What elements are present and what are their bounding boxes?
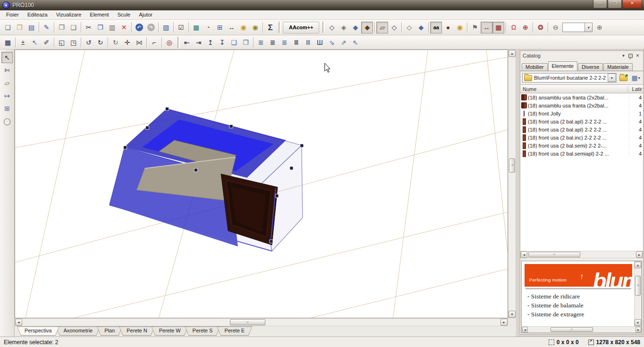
zoom-level-combo-input[interactable] (563, 23, 585, 32)
viewport-vertical-scrollbar[interactable]: ▲ ≡ ▼ (508, 50, 516, 318)
scroll-down-icon[interactable]: ▼ (635, 319, 641, 326)
align-center-button[interactable]: ≣ (267, 36, 279, 48)
panel-splitter[interactable] (516, 50, 520, 337)
scroll-right-icon[interactable]: ► (500, 319, 508, 326)
scroll-left-icon[interactable]: ◄ (15, 319, 22, 326)
snap-to-elements-button[interactable]: ⊕ (519, 22, 531, 33)
catalog-item-row[interactable]: (18) front usa (2 bal.semiapl) 2-2 ...4 (520, 149, 643, 157)
show-grid-button[interactable]: ▦ (492, 22, 504, 33)
move-right-button[interactable]: ⇥ (193, 36, 204, 48)
rotate-horizontal-button[interactable]: ↻ (94, 36, 106, 48)
catalog-item-row[interactable]: (18) ansamblu usa franta (2x2bal...4 (520, 93, 643, 101)
paste-button[interactable]: ▥ (106, 22, 118, 33)
distribute-spacing-button[interactable]: Ⅲ (302, 36, 314, 48)
move-left-button[interactable]: ⇤ (181, 36, 193, 48)
resize-depth-button[interactable]: ⇗ (338, 36, 349, 48)
align-top-button[interactable]: ↥ (204, 36, 216, 48)
catalog-horizontal-scrollbar[interactable]: ◄ ≡ ► (520, 251, 643, 258)
catalog-tab-mobilier[interactable]: Mobilier (522, 63, 548, 71)
delete-button[interactable]: ✕ (118, 22, 130, 33)
draw-shape-button[interactable]: ✐ (41, 36, 52, 48)
zoom-level-combo[interactable]: ▾ (562, 23, 593, 32)
shape-tool-button[interactable]: ▱ (1, 77, 13, 89)
catalog-item-row[interactable]: (18) ansamblu usa franta (2x2bal...4 (520, 101, 643, 109)
price-list-button[interactable]: ☑ (175, 22, 187, 33)
column-header-width[interactable]: Latir (628, 86, 643, 92)
catalog-item-row[interactable]: (18) front usa (2 bal.apl) 2-2 2-2 ...4 (520, 117, 643, 125)
viewport-3d-canvas[interactable] (15, 50, 508, 318)
catalog-hscroll-thumb[interactable]: ≡ (528, 252, 580, 257)
catalog-tab-diverse[interactable]: Diverse (578, 63, 603, 71)
save-button[interactable]: ▤ (25, 22, 37, 33)
catalog-path-combo[interactable]: Blum\Fronturi bucatarie 2-2 2-2 ▾ (522, 73, 617, 83)
edit-pages-button[interactable]: ✎ (41, 22, 52, 33)
column-header-name[interactable]: Nume (520, 86, 628, 92)
view-tab-perspectiva[interactable]: Perspectiva (17, 326, 59, 336)
print-preview-button[interactable]: ❑ (68, 22, 79, 33)
view-solid-button[interactable]: ◈ (338, 22, 349, 33)
menu-editeaza[interactable]: Editeaza (23, 10, 52, 19)
summary-sigma-button[interactable]: Σ (264, 22, 276, 33)
cut-tool-button[interactable]: ✄ (1, 65, 13, 76)
light-button[interactable]: ◉ (237, 22, 249, 33)
select-tool-button[interactable]: ↖ (1, 52, 13, 63)
view-tab-plan[interactable]: Plan (97, 326, 122, 336)
view-shaded-button[interactable]: ◆ (415, 22, 427, 33)
insert-element-button[interactable]: ± (17, 36, 29, 48)
catalog-tab-elemente[interactable]: Elemente (548, 61, 577, 71)
zoom-out-button[interactable]: ⊖ (550, 22, 561, 33)
minimize-button[interactable]: — (593, 0, 607, 8)
catalog-item-row[interactable]: (18) front usa (2 bal.apl) 2-2 2-2 ...4 (520, 125, 643, 133)
align-right-button[interactable]: ≣ (279, 36, 290, 48)
mirror-button[interactable]: ⋈ (133, 36, 145, 48)
blum-info-line[interactable]: - Sisteme de balamale (525, 301, 632, 310)
resize-height-button[interactable]: ⇖ (349, 36, 361, 48)
distribute-height-button[interactable]: Ш (314, 36, 326, 48)
send-backward-button[interactable]: ❐ (240, 36, 252, 48)
lighting-bulb-button[interactable]: ◉ (454, 22, 466, 33)
copy-button[interactable]: ❐ (94, 22, 106, 33)
align-bottom-button[interactable]: ↧ (216, 36, 228, 48)
redo-button[interactable]: ↷ (145, 22, 157, 33)
view-tab-perete-w[interactable]: Perete W (152, 326, 188, 336)
dimensions-button[interactable]: ↔ (226, 22, 237, 33)
view-colors-button[interactable]: ◆ (349, 22, 361, 33)
view-tab-perete-s[interactable]: Perete S (185, 326, 220, 336)
maximize-button[interactable]: ❐ (608, 0, 622, 8)
scroll-right-icon[interactable]: ► (636, 251, 643, 258)
title-bar[interactable]: ▲ PRO100 — ❐ ✕ (0, 0, 644, 10)
menu-element[interactable]: Element (85, 10, 113, 19)
menu-scule[interactable]: Scule (113, 10, 135, 19)
view-edges-button[interactable]: ◇ (388, 22, 400, 33)
snap-center-button[interactable]: ❂ (534, 22, 546, 33)
blum-info-line[interactable]: - Sisteme de ridicare (525, 292, 632, 301)
zoom-tool-button[interactable]: ◯ (1, 116, 13, 127)
scroll-down-icon[interactable]: ▼ (508, 311, 516, 318)
info-hscroll-thumb[interactable]: ≡ (551, 327, 593, 332)
element-grid-button[interactable]: ▩ (2, 36, 14, 48)
scroll-right-icon[interactable]: ► (636, 327, 641, 332)
combo-dropdown-icon[interactable]: ▾ (608, 74, 616, 82)
blum-info-line[interactable]: - Sisteme de extragere (525, 310, 632, 319)
measure-tool-button[interactable]: ↦ (1, 90, 13, 101)
view-wireframe-button[interactable]: ◇ (326, 22, 338, 33)
print-button[interactable]: ❒ (56, 22, 68, 33)
distribute-width-button[interactable]: Ⅲ (290, 36, 302, 48)
catalog-panel-header[interactable]: Catalog ▾ ✕ (520, 51, 643, 60)
structure-button[interactable]: ⊞ (214, 22, 226, 33)
viewport-horizontal-scrollbar[interactable]: ◄ ≡ ► (15, 318, 508, 326)
zoom-level-combo-arrow-icon[interactable]: ▾ (585, 23, 592, 32)
info-vertical-scrollbar[interactable]: ▲ ≡ ▼ (634, 261, 642, 326)
blum-banner[interactable]: Perfecting motion ↑ blum (525, 264, 632, 287)
new-file-button[interactable]: ❏ (2, 22, 14, 33)
folder-up-button[interactable]: ➜ (618, 73, 629, 83)
edit-corner-button[interactable]: ⌐ (148, 36, 160, 48)
info-vscroll-thumb[interactable]: ≡ (635, 276, 641, 296)
view-tab-perete-e[interactable]: Perete E (217, 326, 252, 336)
viewport-hscroll-thumb[interactable]: ≡ (230, 319, 265, 325)
bring-forward-button[interactable]: ❏ (228, 36, 240, 48)
view-textures-button[interactable]: ◆ (361, 22, 373, 33)
panel-close-icon[interactable]: ✕ (634, 52, 641, 59)
info-horizontal-scrollbar[interactable]: ◄ ≡ ► (522, 326, 642, 333)
scroll-left-icon[interactable]: ◄ (522, 327, 528, 332)
